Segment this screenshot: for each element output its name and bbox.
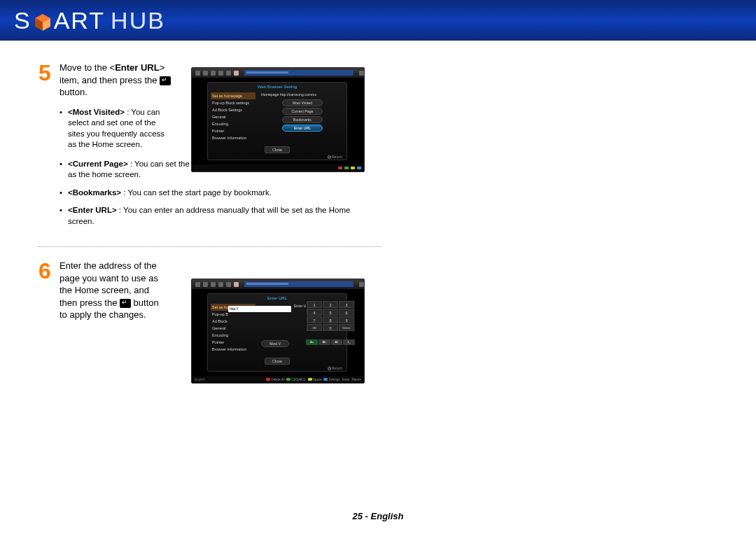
bullet-most-visited: <Most Visited> : You can select and set … [59,107,168,150]
forward-icon [203,71,208,76]
address-bar [244,70,354,76]
shot1-homepage-label: Homepage http://samsung.com/us [261,92,344,97]
kb-2: A2 [331,339,343,345]
shot1-opt-enterurl: Enter URL [282,125,323,132]
header-bar: S ART HUB [0,0,756,41]
home-icon [218,282,223,287]
shot1-menu-popup: Pop-up Block settings [211,99,255,106]
enter-icon [160,76,171,85]
key-delete: Delete [339,324,354,331]
step-5-text: Move to the <Enter URL> item, and then p… [59,62,172,99]
shot1-toolbar [192,68,364,78]
step-5-bullet-mostvisited-wrap: <Most Visited> : You can select and set … [59,107,168,150]
shot1-return-row: Return [208,153,346,160]
shot1-menu-general: General [211,113,255,120]
kb-0: Aa [306,339,318,345]
key-3: 3 [339,301,354,308]
address-bar [244,281,354,287]
brand-hub: HUB [111,7,165,34]
return-icon [328,155,331,159]
key-back: ⌫ [307,324,322,331]
shot1-menu-pointer: Pointer [211,127,255,134]
shot1-settings-panel: Web Browser Setting Set as homepage Pop-… [207,82,347,160]
shot1-right-pane: Homepage http://samsung.com/us Most Visi… [258,91,346,143]
shot1-opt-mostvisited: Most Visited [282,99,323,106]
shot2-menu-2: Ad Block [211,318,255,325]
shot1-menu-set-homepage: Set as homepage [211,92,255,99]
home-icon [218,71,223,76]
page-footer: 25 - English [0,511,756,521]
shot1-panel-title: Web Browser Setting [208,83,346,91]
key-8: 8 [323,316,338,323]
key-9: 9 [339,316,354,323]
key-1: 1 [307,301,322,308]
bar-lang: English [195,378,205,381]
shot1-menu-browserinfo: Browser Information [211,134,255,141]
shot1-opt-bookmarks: Bookmarks [282,116,323,123]
bookmark-icon [234,71,239,76]
brand-title: S ART HUB [14,7,165,34]
shot1-close-button: Close [265,146,290,153]
reload-icon [211,282,216,287]
url-input-field: http:// [228,306,291,312]
shot2-bottom-bar: English Delete All Cl(0)All(1) Space Set… [192,376,364,383]
bullet-bookmarks: <Bookmarks> : You can set the start page… [59,188,357,199]
keypad-bottom-row: Aa Ab A2 1_ [306,339,355,345]
shot2-menu-6: Browser Information [211,346,255,353]
shot2-opt-0: Most V [261,340,289,347]
bullet-enter-url: <Enter URL> : You can enter an address m… [59,205,357,227]
bookmark-icon [234,282,239,287]
step-6-text: Enter the address of the page you want t… [59,260,168,321]
key-2: 2 [323,301,338,308]
shot2-menu-3: General [211,325,255,332]
back-icon [195,71,200,76]
reload-icon [211,71,216,76]
brand-suffix: ART [54,7,105,34]
numeric-keypad: 1 2 3 4 5 6 7 8 9 ⌫ 0 Delete [306,300,355,332]
step-number-5: 5 [38,62,59,234]
key-4: 4 [307,309,322,316]
forward-icon [203,282,208,287]
shot1-menu-encoding: Encoding [211,120,255,127]
toolbox-icon [359,71,364,76]
zoom-icon [226,282,231,287]
shot2-menu-4: Encoding [211,332,255,339]
key-7: 7 [307,316,322,323]
shot1-left-menu: Set as homepage Pop-up Block settings Ad… [208,91,258,143]
brand-cube-icon [33,10,52,30]
divider [38,246,382,247]
brand-prefix: S [14,7,31,34]
shot1-opt-currentpage: Current Page [282,108,323,115]
key-5: 5 [323,309,338,316]
step-number-6: 6 [38,260,59,321]
screenshot-enter-url: Enter URL Set as ho Pop-up B Ad Block Ge… [191,279,365,384]
shot1-menu-adblock: Ad Block Settings [211,106,255,113]
shot2-toolbar [192,279,364,289]
return-icon [328,367,331,370]
back-icon [195,282,200,287]
shot1-bottom-bar [192,164,364,171]
key-6: 6 [339,309,354,316]
screenshot-browser-setting: Web Browser Setting Set as homepage Pop-… [191,67,365,172]
toolbox-icon [359,282,364,287]
enter-icon [120,299,131,308]
kb-3: 1_ [343,339,355,345]
key-0: 0 [323,324,338,331]
shot2-menu-5: Pointer [211,339,255,346]
kb-1: Ab [318,339,330,345]
zoom-icon [226,71,231,76]
shot2-return-row: Return [208,365,346,372]
shot2-close-button: Close [265,358,290,365]
